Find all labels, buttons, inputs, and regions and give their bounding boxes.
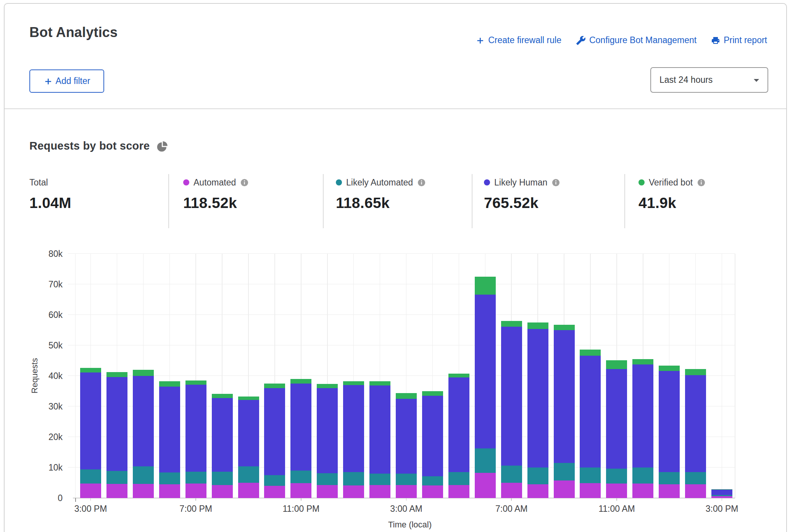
header-links: Create firewall rule Configure Bot Manag…: [476, 35, 767, 45]
bot-analytics-card: Bot Analytics Create firewall rule Confi…: [4, 3, 787, 532]
section-title-row: Requests by bot score: [29, 140, 168, 152]
svg-text:7:00 AM: 7:00 AM: [495, 504, 527, 514]
svg-text:0: 0: [58, 493, 63, 503]
stat-value: 118.52k: [183, 195, 249, 211]
stat-verified-bot: Verified bot 41.9k: [638, 176, 706, 211]
page-title: Bot Analytics: [29, 24, 118, 40]
svg-text:80k: 80k: [48, 249, 63, 259]
stat-likely-automated: Likely Automated 118.65k: [336, 176, 426, 211]
divider: [472, 174, 472, 228]
plus-icon: [476, 36, 485, 45]
svg-text:3:00 PM: 3:00 PM: [706, 504, 738, 514]
link-label: Create firewall rule: [488, 35, 561, 45]
info-icon[interactable]: [697, 178, 706, 187]
time-range-value: Last 24 hours: [659, 75, 751, 85]
info-icon[interactable]: [417, 178, 426, 187]
svg-text:10k: 10k: [48, 463, 63, 472]
section-title: Requests by bot score: [29, 140, 150, 152]
add-filter-label: Add filter: [56, 76, 90, 86]
stat-label: Likely Human: [494, 177, 547, 188]
svg-text:70k: 70k: [48, 279, 63, 289]
stat-value: 1.04M: [29, 195, 71, 211]
bar-10:00 PM[interactable]: [264, 384, 285, 498]
bar-6:00 PM[interactable]: [159, 381, 180, 498]
info-icon[interactable]: [240, 178, 249, 187]
stat-likely-human: Likely Human 765.52k: [484, 176, 560, 211]
divider: [624, 174, 625, 228]
bar-7:00 AM[interactable]: [501, 321, 522, 498]
divider: [168, 174, 169, 228]
requests-by-bot-score-chart: 010k20k30k40k50k60k70k80kRequests3:00 PM…: [5, 230, 787, 532]
x-axis: 3:00 PM7:00 PM11:00 PM3:00 AM7:00 AM11:0…: [74, 498, 738, 530]
link-label: Print report: [724, 35, 767, 45]
bar-12:00 PM[interactable]: [632, 359, 653, 498]
likely-human-dot: [484, 179, 490, 185]
plus-icon: [44, 77, 53, 86]
svg-text:Requests: Requests: [30, 358, 39, 393]
svg-text:3:00 AM: 3:00 AM: [390, 504, 422, 514]
bar-6:00 AM[interactable]: [475, 277, 496, 498]
create-firewall-rule-link[interactable]: Create firewall rule: [476, 35, 561, 45]
bar-12:00 AM[interactable]: [317, 384, 338, 498]
bar-3:00 AM[interactable]: [396, 393, 417, 498]
verified-bot-dot: [638, 179, 645, 185]
y-axis: 010k20k30k40k50k60k70k80kRequests: [30, 249, 63, 503]
stat-automated: Automated 118.52k: [183, 176, 249, 211]
bar-11:00 AM[interactable]: [606, 360, 627, 498]
svg-text:60k: 60k: [48, 310, 63, 320]
chevron-down-icon: [751, 75, 761, 85]
automated-dot: [183, 179, 189, 185]
svg-text:11:00 PM: 11:00 PM: [282, 504, 319, 514]
time-range-select[interactable]: Last 24 hours: [650, 67, 768, 93]
card-header: Bot Analytics Create firewall rule Confi…: [5, 4, 786, 109]
stat-label: Total: [29, 177, 48, 188]
bar-2:00 AM[interactable]: [369, 381, 390, 498]
bar-7:00 PM[interactable]: [185, 380, 206, 498]
link-label: Configure Bot Management: [589, 35, 696, 45]
svg-text:11:00 AM: 11:00 AM: [598, 504, 635, 514]
bar-4:00 AM[interactable]: [422, 391, 443, 498]
bar-3:00 PM[interactable]: [711, 489, 732, 498]
divider: [323, 174, 324, 228]
svg-text:20k: 20k: [48, 432, 63, 442]
svg-text:50k: 50k: [48, 340, 63, 350]
configure-bot-management-link[interactable]: Configure Bot Management: [576, 35, 696, 45]
stat-total: Total 1.04M: [29, 176, 71, 211]
bar-9:00 AM[interactable]: [554, 325, 575, 498]
add-filter-button[interactable]: Add filter: [29, 69, 104, 93]
stat-label: Automated: [193, 177, 236, 188]
stat-label: Verified bot: [649, 177, 693, 188]
bar-1:00 PM[interactable]: [659, 366, 680, 498]
svg-text:7:00 PM: 7:00 PM: [179, 504, 212, 514]
print-report-link[interactable]: Print report: [711, 35, 767, 45]
stat-value: 118.65k: [336, 195, 426, 211]
bar-10:00 AM[interactable]: [580, 350, 601, 498]
bar-9:00 PM[interactable]: [238, 397, 259, 498]
stat-value: 41.9k: [638, 195, 706, 211]
pie-chart-icon: [156, 141, 168, 152]
bar-4:00 PM[interactable]: [106, 372, 127, 498]
bar-8:00 PM[interactable]: [212, 394, 233, 498]
bar-1:00 AM[interactable]: [343, 381, 364, 498]
likely-automated-dot: [336, 179, 342, 185]
printer-icon: [711, 36, 720, 45]
svg-text:30k: 30k: [48, 401, 63, 411]
bar-3:00 PM[interactable]: [80, 368, 101, 498]
bar-11:00 PM[interactable]: [290, 379, 311, 498]
info-icon[interactable]: [551, 178, 560, 187]
bar-2:00 PM[interactable]: [685, 369, 706, 498]
bar-8:00 AM[interactable]: [527, 322, 548, 498]
svg-text:3:00 PM: 3:00 PM: [74, 504, 107, 514]
svg-text:Time (local): Time (local): [388, 520, 432, 529]
svg-text:40k: 40k: [48, 371, 63, 381]
wrench-icon: [576, 35, 586, 45]
stat-label: Likely Automated: [346, 177, 413, 188]
stat-value: 765.52k: [484, 195, 560, 211]
bar-5:00 PM[interactable]: [133, 370, 154, 498]
bar-5:00 AM[interactable]: [448, 374, 469, 498]
